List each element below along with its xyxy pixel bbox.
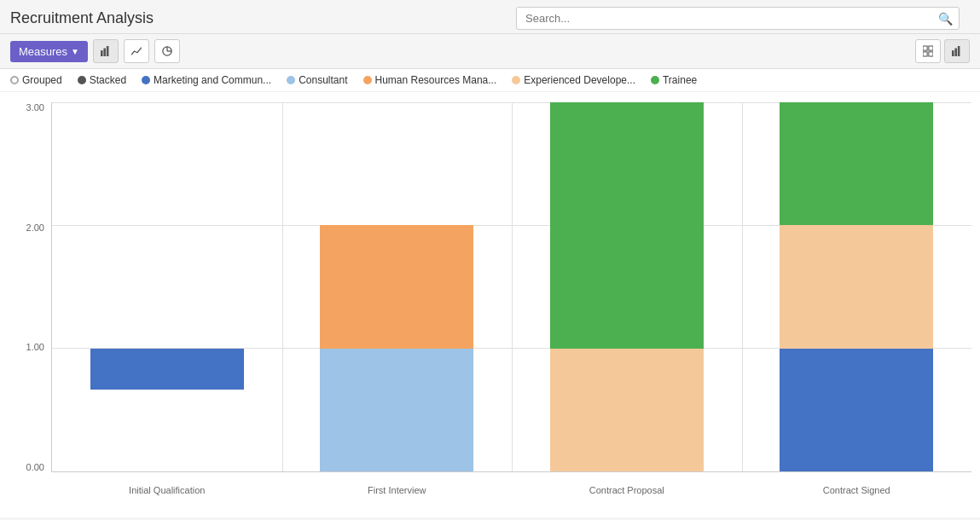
y-label-1: 1.00 [26,342,44,352]
legend-trainee: Trainee [651,74,697,86]
bar-2-seg-2 [320,349,473,471]
chart-view-icon [952,45,962,57]
bar-1 [90,349,244,471]
y-label-3: 3.00 [26,102,44,113]
legend-hr: Human Resources Mana... [363,74,497,86]
chart-view-button[interactable] [944,39,970,63]
svg-rect-11 [954,49,957,56]
legend-marketing: Marketing and Commun... [142,74,271,86]
marketing-dot [142,76,150,84]
trainee-label: Trainee [663,74,697,86]
legend-row: Grouped Stacked Marketing and Commun... … [0,69,980,92]
marketing-label: Marketing and Commun... [154,74,271,86]
toolbar: Measures ▼ [0,34,980,69]
legend-stacked[interactable]: Stacked [78,74,126,86]
toolbar-right [915,39,970,63]
stacked-label: Stacked [90,74,126,86]
svg-rect-8 [923,52,927,56]
trainee-dot [651,76,659,84]
x-label-2: First Interview [368,485,426,495]
bar-2 [320,225,473,471]
grid-icon [923,45,933,57]
x-label-1: Initial Qualification [129,485,205,495]
bar-4-seg-2 [780,225,933,348]
grouped-label: Grouped [22,74,62,86]
svg-rect-10 [952,50,954,56]
chart-area: Grouped Stacked Marketing and Commun... … [0,69,980,517]
svg-rect-7 [929,46,933,50]
bar-1-seg-1 [90,349,244,390]
consultant-label: Consultant [299,74,347,86]
legend-consultant: Consultant [287,74,347,86]
exp-dev-dot [512,76,520,84]
bar-chart-button[interactable] [93,39,119,63]
exp-dev-label: Experienced Develope... [524,74,635,86]
svg-rect-1 [103,49,106,56]
bar-4-seg-1 [780,102,933,225]
bar-4 [780,102,933,471]
y-axis: 3.00 2.00 1.00 0.00 [0,102,49,472]
svg-rect-0 [101,50,103,56]
search-input[interactable] [516,7,960,30]
svg-rect-9 [929,52,933,56]
hr-dot [363,76,372,84]
bar-group-2: First Interview [282,102,513,471]
bar-chart-icon [101,45,111,57]
svg-rect-2 [107,46,109,56]
grid-view-button[interactable] [915,39,941,63]
measures-dropdown-arrow: ▼ [71,47,79,56]
x-label-3: Contract Proposal [589,485,664,495]
legend-exp-dev: Experienced Develope... [512,74,635,86]
chart-inner: 3.00 2.00 1.00 0.00 [0,92,980,510]
line-chart-button[interactable] [124,39,149,63]
pie-chart-icon [162,45,172,57]
search-icon: 🔍 [938,12,953,26]
search-bar[interactable]: 🔍 [516,7,960,30]
y-label-0: 0.00 [26,462,44,472]
bar-3-seg-2 [550,349,704,471]
header: Recruitment Analysis 🔍 [0,0,980,34]
bars-container: Initial Qualification First Interview [52,102,971,471]
measures-label: Measures [19,45,67,58]
measures-button[interactable]: Measures ▼ [10,41,88,62]
legend-grouped[interactable]: Grouped [10,74,62,86]
y-label-2: 2.00 [26,222,44,233]
bar-group-1: Initial Qualification [52,102,282,471]
bar-4-seg-3 [780,349,933,471]
consultant-dot [287,76,295,84]
x-label-4: Contract Signed [823,485,890,495]
svg-rect-6 [923,46,927,50]
hr-label: Human Resources Mana... [375,74,497,86]
line-chart-icon [131,45,142,57]
bar-3-seg-1 [550,102,704,349]
pie-chart-button[interactable] [154,39,180,63]
page-title: Recruitment Analysis [10,9,154,27]
svg-rect-12 [958,46,960,56]
bar-2-seg-1 [320,225,473,348]
toolbar-left: Measures ▼ [10,39,180,63]
stacked-radio[interactable] [78,76,86,84]
header-left: Recruitment Analysis [10,9,154,27]
plot-area: Initial Qualification First Interview [51,102,971,472]
grouped-radio[interactable] [10,76,19,84]
bar-3 [550,102,704,471]
bar-group-4: Contract Signed [742,102,972,471]
bar-group-3: Contract Proposal [512,102,742,471]
